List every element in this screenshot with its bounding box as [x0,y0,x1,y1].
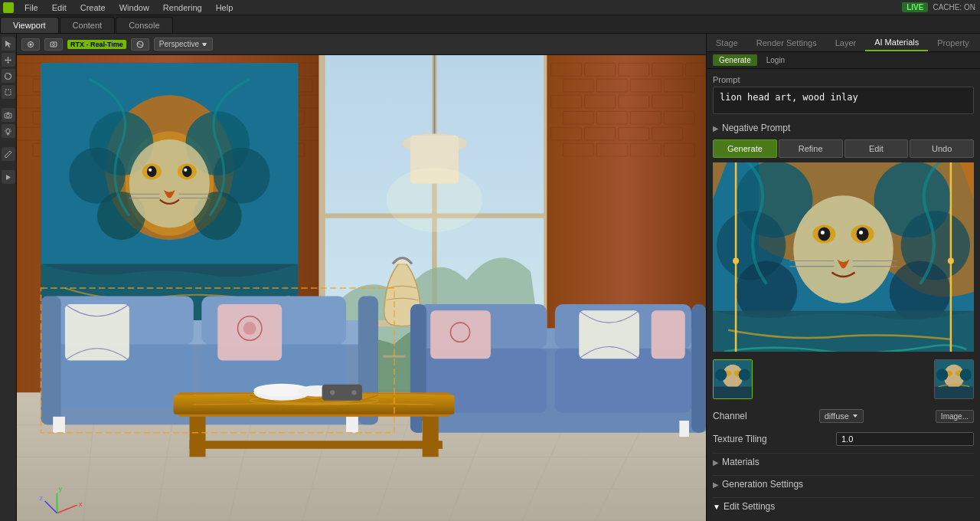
svg-point-10 [53,43,55,45]
svg-text:x: x [79,500,83,508]
tab-property[interactable]: Property [928,35,978,51]
channel-dropdown-icon [852,413,858,419]
svg-point-196 [818,227,830,241]
svg-point-225 [936,369,948,381]
tab-content[interactable]: Content [60,17,116,33]
live-badge: LIVE [902,2,928,12]
panel-sub-tabs: Generate Login [707,52,980,69]
rtx-badge: RTX - Real-Time [67,40,126,49]
undo-button[interactable]: Undo [910,139,974,158]
svg-rect-162 [430,310,491,359]
svg-marker-12 [202,43,207,46]
image-button[interactable]: Image... [936,410,974,423]
edit-settings-label: Edit Settings [724,501,775,512]
texture-tiling-row: Texture Tiling [713,430,974,448]
edit-settings-arrow-icon: ▼ [713,503,720,511]
channel-label: Channel [713,411,747,421]
menu-rendering[interactable]: Rendering [157,2,208,13]
menu-window[interactable]: Window [113,2,155,13]
tool-camera[interactable] [2,108,15,122]
svg-rect-144 [41,296,60,424]
generation-settings-arrow-icon: ▶ [713,480,719,489]
svg-point-151 [243,322,256,335]
svg-point-199 [859,231,863,234]
menu-help[interactable]: Help [210,2,240,13]
tab-stage[interactable]: Stage [707,35,747,51]
tab-console[interactable]: Console [116,17,172,33]
materials-section[interactable]: ▶ Materials [713,453,974,470]
panel-content: Prompt lion head art, wood inlay ▶ Negat… [707,69,980,521]
materials-label: Materials [722,457,760,467]
svg-rect-161 [679,421,689,437]
tab-ai-materials[interactable]: AI Materials [865,34,928,51]
main-layout: RTX - Real-Time Perspective [0,34,980,521]
app-logo-icon [3,2,14,13]
svg-point-178 [351,390,356,395]
tool-select[interactable] [2,37,15,51]
svg-point-177 [330,390,335,395]
subtab-generate[interactable]: Generate [713,54,757,66]
svg-rect-159 [691,304,706,433]
edit-button[interactable]: Edit [844,139,909,158]
generation-settings-section[interactable]: ▶ Generation Settings [713,475,974,493]
viewport-container: RTX - Real-Time Perspective [17,34,706,521]
subtab-login[interactable]: Login [760,54,791,66]
tool-scale[interactable] [2,85,15,99]
svg-point-122 [182,166,192,178]
scene-svg: x y z [17,55,706,521]
menu-create[interactable]: Create [74,2,112,13]
svg-rect-168 [190,417,206,457]
prompt-input[interactable]: lion head art, wood inlay [713,87,974,114]
texture-tiling-input[interactable] [836,432,974,446]
channel-select[interactable]: diffuse [819,409,864,423]
negative-prompt-arrow-icon: ▶ [713,124,719,133]
svg-rect-147 [346,417,358,433]
menu-file[interactable]: File [18,2,44,13]
perspective-btn[interactable]: Perspective [154,38,213,51]
tool-measure[interactable] [2,147,15,161]
thumbnail-strip [713,356,974,402]
thumb-1[interactable] [713,359,753,399]
svg-rect-148 [65,304,129,360]
generation-settings-label: Generation Settings [722,479,803,490]
top-right-bar: LIVE CACHE: ON [902,0,980,15]
svg-point-121 [147,166,157,178]
action-buttons: Generate Refine Edit Undo [713,139,974,158]
negative-prompt-label: Negative Prompt [722,123,790,133]
tool-rotate[interactable] [2,69,15,83]
material-preview [713,162,974,352]
display-mode-btn[interactable] [131,38,149,51]
tab-layer[interactable]: Layer [826,35,866,51]
svg-point-133 [387,168,483,232]
svg-point-3 [7,114,10,117]
tool-move[interactable] [2,53,15,67]
negative-prompt-toggle[interactable]: ▶ Negative Prompt [713,121,974,135]
tool-play[interactable] [2,170,15,184]
svg-rect-169 [423,417,439,457]
svg-rect-146 [53,417,65,433]
viewport-camera-list-btn[interactable] [44,38,63,51]
svg-point-4 [6,129,10,133]
tab-viewport[interactable]: Viewport [0,17,59,33]
tab-bar: Viewport Content Console [0,15,980,34]
tool-light[interactable] [2,124,15,138]
viewport-settings-btn[interactable] [21,38,40,51]
svg-point-193 [793,195,893,303]
refine-button[interactable]: Refine [779,139,843,158]
menu-edit[interactable]: Edit [46,2,73,13]
tab-render-settings[interactable]: Render Settings [747,35,826,51]
svg-point-197 [857,227,869,241]
svg-point-124 [184,169,187,172]
edit-settings-section[interactable]: ▼ Edit Settings [713,497,974,515]
svg-rect-227 [935,387,973,398]
panel-tabs: Stage Render Settings Layer AI Materials… [707,34,980,52]
menu-bar: File Edit Create Window Rendering Help L… [0,0,980,15]
perspective-label: Perspective [159,40,199,48]
svg-point-118 [129,139,210,228]
left-toolbar [0,34,17,521]
viewport[interactable]: x y z [17,55,706,521]
thumb-2[interactable] [934,359,974,399]
svg-point-219 [739,369,750,381]
generate-button[interactable]: Generate [713,139,777,158]
preview-svg [713,162,974,352]
